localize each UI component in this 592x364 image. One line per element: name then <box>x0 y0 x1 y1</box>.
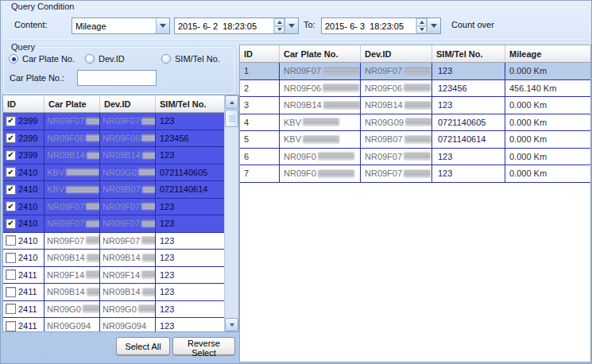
plate-cell: NR09B14 <box>44 284 100 300</box>
table-row[interactable]: 7NR09F0NR09F071230.000 Km <box>240 165 590 183</box>
table-row[interactable]: 2410NR09B14NR09B14123 <box>3 250 224 267</box>
table-row[interactable]: 3NR09B14NR09B141230.000 Km <box>240 97 590 114</box>
table-row[interactable]: 2410NR09F07NR09F07123 <box>3 233 224 250</box>
dev-text: NR09G09 <box>365 118 404 127</box>
reverse-select-button[interactable]: Reverse Select <box>172 337 235 355</box>
table-row[interactable]: 2411NR09G0NR09G0123 <box>3 301 224 319</box>
row-checkbox[interactable]: ✔ <box>6 133 16 143</box>
row-id: 2410 <box>18 219 37 228</box>
table-row[interactable]: 2411NR09B14NR09B14123 <box>3 284 224 301</box>
row-checkbox[interactable]: ✔ <box>6 201 16 211</box>
spin-down-button[interactable] <box>274 26 284 34</box>
date-from-picker[interactable]: 2015- 6- 2 18:23:05 <box>174 17 299 34</box>
table-row[interactable]: ✔2399NR09F06NR09F06123456 <box>3 130 224 148</box>
mileage-text: 0.000 Km <box>509 152 547 161</box>
redacted-blur <box>323 84 359 91</box>
dev-cell: NR09B14 <box>361 97 432 114</box>
row-checkbox[interactable]: ✔ <box>6 116 16 126</box>
table-row[interactable]: 4KBVNR09G0907211406050.000 Km <box>240 114 590 132</box>
mileage-text: 0.000 Km <box>509 168 547 178</box>
sim-text: 123 <box>436 66 452 76</box>
sim-cell: 123 <box>432 63 505 79</box>
table-row[interactable]: 6NR09F0NR09F071230.000 Km <box>240 149 590 166</box>
calendar-dropdown-button[interactable] <box>427 18 440 33</box>
table-row[interactable]: 2NR09F06NR09F06123456456.140 Km <box>240 80 590 98</box>
spin-down-button[interactable] <box>416 26 427 34</box>
spin-up-button[interactable] <box>274 18 284 26</box>
row-id: 2399 <box>18 150 37 160</box>
table-row[interactable]: ✔2410KBVNR09B070721140614 <box>3 181 224 199</box>
scrollbar-thumb[interactable] <box>225 110 238 127</box>
sim-cell: 0721140605 <box>432 114 505 131</box>
table-row[interactable]: 2411NR09G094NR09G094123 <box>3 318 224 331</box>
column-header-dev[interactable]: Dev.ID <box>361 45 432 62</box>
row-id: 2399 <box>18 134 37 143</box>
column-header-id[interactable]: ID <box>240 45 280 62</box>
column-header-plate[interactable]: Car Plate No. <box>280 45 361 62</box>
sim-text: 123 <box>158 287 174 296</box>
row-checkbox[interactable]: ✔ <box>6 219 16 229</box>
table-row[interactable]: 2411NR09F14NR09F14123 <box>3 267 224 285</box>
content-select[interactable]: Mileage <box>72 17 170 34</box>
row-checkbox[interactable] <box>6 321 16 331</box>
scroll-up-button[interactable] <box>225 95 238 109</box>
plate-text: NR09F07 <box>47 116 84 126</box>
mileage-cell: 0.000 Km <box>505 97 590 114</box>
id-cell: 7 <box>240 165 280 182</box>
mileage-query-window: Query Condition Content: Mileage 2015- 6… <box>0 0 592 364</box>
table-row[interactable]: ✔2410NR09F07NR09F07123 <box>3 199 224 216</box>
spin-up-button[interactable] <box>416 18 427 26</box>
select-all-button[interactable]: Select All <box>116 337 170 355</box>
radio-dev-id[interactable]: Dev.ID <box>85 54 125 64</box>
plate-text: NR09B14 <box>47 150 85 160</box>
dev-cell: NR09F07 <box>100 199 156 215</box>
car-plate-input[interactable] <box>77 70 157 86</box>
table-row[interactable]: ✔2410KBVNR09G00721140605 <box>3 165 224 182</box>
row-checkbox[interactable]: ✔ <box>6 150 16 161</box>
sim-cell: 123 <box>432 165 505 182</box>
dev-cell: NR09F07 <box>361 63 432 79</box>
date-to-picker[interactable]: 2015- 6- 3 18:23:05 <box>321 17 441 34</box>
sim-text: 123 <box>158 116 174 126</box>
row-checkbox[interactable] <box>6 269 16 280</box>
sim-cell: 123 <box>156 199 224 215</box>
scroll-down-button[interactable] <box>225 318 238 331</box>
redacted-blur <box>303 118 339 126</box>
row-checkbox[interactable] <box>6 287 16 297</box>
row-checkbox[interactable]: ✔ <box>6 167 16 177</box>
chevron-down-icon[interactable] <box>156 18 169 33</box>
dev-cell: NR09F14 <box>100 267 156 284</box>
redacted-blur <box>404 68 431 75</box>
dev-text: NR09B07 <box>103 184 141 194</box>
date-to-spinner[interactable] <box>416 18 427 33</box>
plate-text: NR09F0 <box>284 168 316 178</box>
column-header-dev[interactable]: Dev.ID <box>100 95 156 112</box>
redacted-blur <box>142 288 156 296</box>
sim-cell: 123 <box>156 233 224 250</box>
radio-sim-tel-no[interactable]: SIM/Tel No. <box>161 54 220 64</box>
row-checkbox[interactable] <box>6 235 16 246</box>
dev-cell: NR09F07 <box>100 233 156 250</box>
row-id: 2399 <box>18 116 37 126</box>
table-row[interactable]: 1NR09F07NR09F071230.000 Km <box>240 63 590 80</box>
column-header-sim[interactable]: SIM/Tel No. <box>156 95 224 112</box>
sim-cell: 123 <box>156 318 224 331</box>
table-row[interactable]: ✔2399NR09F07NR09F07123 <box>3 113 224 130</box>
calendar-dropdown-button[interactable] <box>284 18 298 33</box>
row-checkbox[interactable] <box>6 253 16 263</box>
column-header-id[interactable]: ID <box>3 95 44 112</box>
radio-car-plate-no[interactable]: Car Plate No. <box>9 54 75 64</box>
row-checkbox[interactable]: ✔ <box>6 184 16 195</box>
left-table-scrollbar[interactable] <box>224 95 238 331</box>
scrollbar-track[interactable] <box>225 127 238 318</box>
row-checkbox[interactable] <box>6 304 16 314</box>
column-header-plate[interactable]: Car Plate <box>44 95 100 112</box>
sim-cell: 123 <box>156 250 224 266</box>
table-row[interactable]: ✔2399NR09B14NR09B14123 <box>3 147 224 165</box>
column-header-sim[interactable]: SIM/Tel No. <box>432 45 505 62</box>
plate-cell: NR09B14 <box>280 97 361 114</box>
column-header-mileage[interactable]: Mileage <box>505 45 590 62</box>
table-row[interactable]: ✔2410NR09F07NR09F07123 <box>3 215 224 233</box>
table-row[interactable]: 5KBVNR09B0707211406140.000 Km <box>240 131 590 149</box>
date-from-spinner[interactable] <box>273 18 284 33</box>
